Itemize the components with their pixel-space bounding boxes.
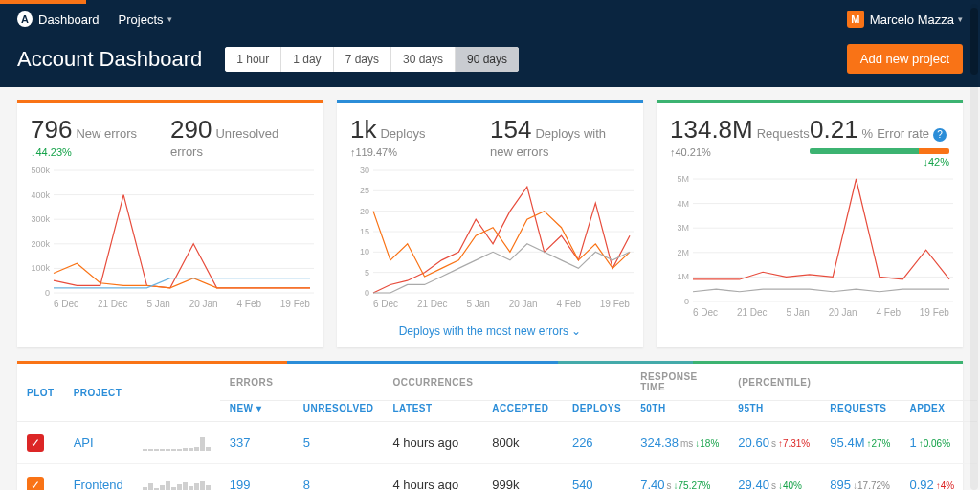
svg-text:100k: 100k xyxy=(31,263,50,273)
delta-label: 44.23% xyxy=(31,146,170,158)
svg-text:200k: 200k xyxy=(31,239,50,249)
svg-text:25: 25 xyxy=(360,186,369,195)
col-project[interactable]: PROJECT xyxy=(64,364,133,422)
projects-table: PLOT PROJECT ERRORS OCCURRENCES RESPONSE… xyxy=(17,361,963,490)
svg-text:400k: 400k xyxy=(31,190,50,200)
chevron-down-icon: ⌄ xyxy=(571,324,581,338)
scroll-thumb[interactable] xyxy=(970,8,978,75)
card-deploys: 1kDeploys 119.47% 154Deploys with new er… xyxy=(337,100,643,347)
range-90-days[interactable]: 90 days xyxy=(456,47,519,72)
col-95th[interactable]: 95TH xyxy=(728,401,820,422)
top-nav: ADashboard Projects▾ MMarcelo Mazza▾ xyxy=(0,4,980,34)
scrollbar[interactable] xyxy=(970,4,978,490)
help-icon[interactable]: ? xyxy=(933,128,947,142)
error-rate-bar xyxy=(810,148,949,154)
page-header: Account Dashboard 1 hour1 day7 days30 da… xyxy=(0,34,980,87)
svg-text:0: 0 xyxy=(365,288,369,297)
plot-checkbox[interactable]: ✓ xyxy=(27,477,44,491)
svg-text:300k: 300k xyxy=(31,214,50,224)
page-title: Account Dashboard xyxy=(17,47,202,72)
range-1-hour[interactable]: 1 hour xyxy=(225,47,281,72)
col-plot[interactable]: PLOT xyxy=(17,364,64,422)
col-deploys[interactable]: DEPLOYS xyxy=(563,401,631,422)
table-row: ✓API33754 hours ago800k226324.38ms18%20.… xyxy=(17,422,977,464)
svg-text:30: 30 xyxy=(360,166,369,175)
svg-text:3M: 3M xyxy=(677,223,689,233)
svg-text:1M: 1M xyxy=(677,272,689,281)
svg-text:4M: 4M xyxy=(677,199,689,209)
sparkline xyxy=(143,432,211,451)
svg-text:15: 15 xyxy=(360,227,369,236)
col-latest[interactable]: LATEST xyxy=(384,401,483,422)
card-requests: 134.8MRequests 40.21% 0.21%Error rate? 4… xyxy=(657,100,963,347)
project-link[interactable]: API xyxy=(74,435,94,450)
time-range-group: 1 hour1 day7 days30 days90 days xyxy=(225,47,519,72)
svg-text:500k: 500k xyxy=(31,166,50,175)
svg-text:20: 20 xyxy=(360,207,369,216)
delta-label: 119.47% xyxy=(350,146,490,158)
col-apdex[interactable]: APDEX xyxy=(900,401,977,422)
user-menu[interactable]: MMarcelo Mazza▾ xyxy=(847,11,963,28)
card-new-errors: 796New errors 44.23% 290Unresolved error… xyxy=(17,100,323,347)
delta-label: 40.21% xyxy=(670,146,810,158)
svg-text:10: 10 xyxy=(360,247,369,256)
avatar: M xyxy=(847,11,864,28)
chevron-down-icon: ▾ xyxy=(167,14,172,24)
chart-errors: 0100k200k300k400k500k6 Dec21 Dec5 Jan20 … xyxy=(17,163,323,319)
nav-projects[interactable]: Projects▾ xyxy=(119,12,172,27)
col-requests[interactable]: REQUESTS xyxy=(820,401,900,422)
svg-text:0: 0 xyxy=(684,297,689,305)
deploys-link[interactable]: Deploys with the most new errors ⌄ xyxy=(337,319,643,347)
svg-text:2M: 2M xyxy=(677,248,689,257)
sparkline xyxy=(143,474,211,490)
chart-deploys: 0510152025306 Dec21 Dec5 Jan20 Jan4 Feb1… xyxy=(337,163,643,319)
logo-icon: A xyxy=(17,11,33,27)
svg-text:0: 0 xyxy=(45,288,50,297)
plot-checkbox[interactable]: ✓ xyxy=(27,434,44,452)
col-50th[interactable]: 50TH xyxy=(631,401,728,422)
chart-requests: 01M2M3M4M5M6 Dec21 Dec5 Jan20 Jan4 Feb19… xyxy=(657,171,963,327)
project-link[interactable]: Frontend xyxy=(74,478,123,490)
col-accepted[interactable]: ACCEPTED xyxy=(482,401,563,422)
range-30-days[interactable]: 30 days xyxy=(391,47,456,72)
range-7-days[interactable]: 7 days xyxy=(334,47,391,72)
nav-dashboard[interactable]: ADashboard xyxy=(17,11,100,27)
add-project-button[interactable]: Add new project xyxy=(847,44,963,74)
table-row: ✓Frontend19984 hours ago999k5407.40s75.2… xyxy=(17,464,977,491)
chevron-down-icon: ▾ xyxy=(958,14,963,24)
col-unresolved[interactable]: UNRESOLVED xyxy=(294,401,384,422)
svg-text:5: 5 xyxy=(365,268,369,278)
col-new[interactable]: NEW xyxy=(220,401,294,422)
svg-text:5M: 5M xyxy=(677,174,689,184)
range-1-day[interactable]: 1 day xyxy=(281,47,333,72)
